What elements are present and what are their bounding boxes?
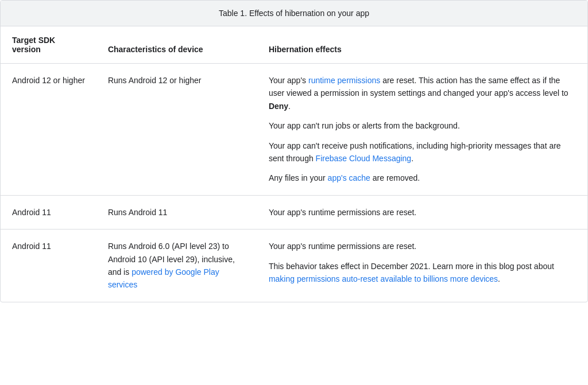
header-characteristics: Characteristics of device: [96, 26, 257, 64]
firebase-cloud-messaging-link[interactable]: Firebase Cloud Messaging: [316, 154, 412, 163]
header-sdk: Target SDK version: [1, 26, 96, 64]
effects-para: Your app can't receive push notification…: [269, 139, 576, 165]
effects-para: Any files in your app's cache are remove…: [269, 172, 576, 184]
table-row: Android 12 or higher Runs Android 12 or …: [1, 64, 587, 196]
making-permissions-link[interactable]: making permissions auto-reset available …: [269, 274, 498, 283]
table-header-row: Target SDK version Characteristics of de…: [1, 26, 587, 64]
characteristics-cell: Runs Android 12 or higher: [96, 64, 257, 196]
effects-cell: Your app's runtime permissions are reset…: [257, 230, 587, 302]
characteristics-cell: Runs Android 11: [96, 195, 257, 229]
header-effects: Hibernation effects: [257, 26, 587, 64]
effects-para: Your app can't run jobs or alerts from t…: [269, 119, 576, 132]
sdk-version: Android 11: [1, 230, 96, 302]
deny-text: Deny: [269, 102, 288, 111]
runtime-permissions-link[interactable]: runtime permissions: [308, 76, 380, 85]
effects-cell: Your app's runtime permissions are reset…: [257, 64, 587, 196]
apps-cache-link[interactable]: app's cache: [328, 173, 370, 182]
sdk-version: Android 12 or higher: [1, 64, 96, 196]
table-row: Android 11 Runs Android 11 Your app's ru…: [1, 195, 587, 229]
effects-cell: Your app's runtime permissions are reset…: [257, 195, 587, 229]
effects-para: Your app's runtime permissions are reset…: [269, 74, 576, 112]
table-container: Table 1. Effects of hibernation on your …: [0, 0, 588, 302]
effects-para: This behavior takes effect in December 2…: [269, 260, 576, 286]
effects-para: Your app's runtime permissions are reset…: [269, 206, 576, 219]
hibernation-table: Target SDK version Characteristics of de…: [1, 26, 587, 302]
table-title: Table 1. Effects of hibernation on your …: [1, 1, 587, 26]
sdk-version: Android 11: [1, 195, 96, 229]
effects-para: Your app's runtime permissions are reset…: [269, 240, 576, 252]
table-row: Android 11 Runs Android 6.0 (API level 2…: [1, 230, 587, 302]
characteristics-cell: Runs Android 6.0 (API level 23) to Andro…: [96, 230, 257, 302]
google-play-services-link[interactable]: powered by Google Play services: [108, 267, 219, 289]
